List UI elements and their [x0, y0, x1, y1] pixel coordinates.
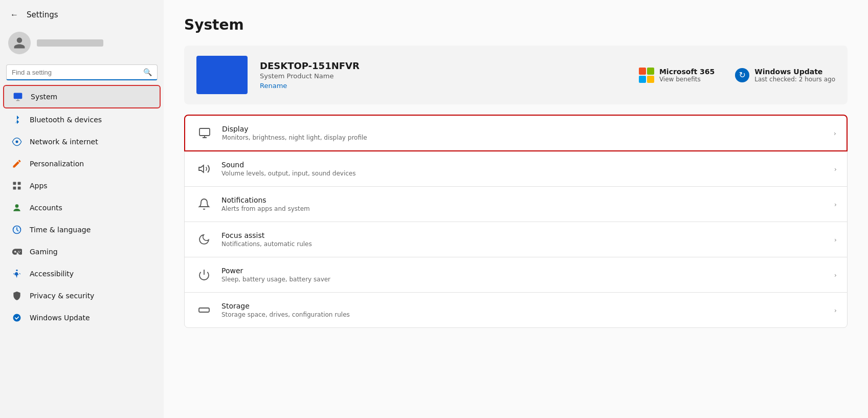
storage-title: Storage	[221, 302, 834, 310]
page-title: System	[184, 16, 848, 33]
sound-desc: Volume levels, output, input, sound devi…	[221, 170, 834, 177]
sidebar-item-label-bluetooth: Bluetooth & devices	[30, 116, 102, 124]
display-chevron: ›	[834, 129, 836, 137]
display-title: Display	[222, 125, 834, 133]
sidebar-item-label-privacy: Privacy & security	[30, 292, 94, 300]
ms365-title: Microsoft 365	[659, 68, 715, 76]
sidebar-item-time[interactable]: Time & language	[3, 219, 161, 240]
svg-marker-11	[199, 165, 204, 172]
network-icon	[11, 136, 23, 147]
svg-rect-4	[13, 187, 16, 190]
sidebar-item-gaming[interactable]: Gaming	[3, 241, 161, 262]
profile-area	[0, 26, 164, 60]
personalization-icon	[11, 158, 23, 169]
sound-icon	[195, 160, 213, 178]
wu-action[interactable]: ↻ Windows Update Last checked: 2 hours a…	[735, 68, 835, 83]
device-illustration	[196, 56, 248, 94]
bluetooth-icon	[11, 114, 23, 125]
notifications-text: Notifications Alerts from apps and syste…	[221, 196, 834, 212]
sound-text: Sound Volume levels, output, input, soun…	[221, 161, 834, 177]
sidebar-item-accounts[interactable]: Accounts	[3, 197, 161, 218]
username-blur	[37, 39, 103, 47]
search-icon: 🔍	[143, 68, 152, 76]
svg-rect-10	[199, 128, 210, 136]
focus-title: Focus assist	[221, 231, 834, 239]
back-button[interactable]: ←	[8, 8, 20, 21]
sidebar-item-apps[interactable]: Apps	[3, 175, 161, 196]
sidebar-item-label-personalization: Personalization	[30, 160, 84, 168]
power-chevron: ›	[834, 271, 837, 279]
privacy-icon	[11, 290, 23, 301]
sidebar-item-system[interactable]: System	[3, 85, 161, 108]
sidebar: ← Settings 🔍 System Bluetooth & devices	[0, 0, 164, 418]
ms365-action[interactable]: Microsoft 365 View benefits	[639, 68, 715, 83]
notifications-icon	[195, 195, 213, 213]
power-desc: Sleep, battery usage, battery saver	[221, 276, 834, 283]
rename-link[interactable]: Rename	[260, 82, 287, 90]
sidebar-item-accessibility[interactable]: Accessibility	[3, 263, 161, 284]
sidebar-item-label-apps: Apps	[30, 182, 48, 190]
sidebar-item-label-system: System	[31, 93, 57, 101]
wu-subtitle: Last checked: 2 hours ago	[754, 76, 835, 83]
sidebar-item-label-accounts: Accounts	[30, 204, 62, 212]
settings-item-power[interactable]: Power Sleep, battery usage, battery save…	[184, 257, 848, 293]
search-input[interactable]	[12, 69, 139, 76]
display-text: Display Monitors, brightness, night ligh…	[222, 125, 834, 141]
storage-icon	[195, 301, 213, 319]
sidebar-item-label-time: Time & language	[30, 226, 91, 234]
power-text: Power Sleep, battery usage, battery save…	[221, 267, 834, 283]
sidebar-item-windows-update[interactable]: Windows Update	[3, 307, 161, 328]
sidebar-item-label-network: Network & internet	[30, 138, 98, 146]
sound-chevron: ›	[834, 165, 837, 173]
svg-point-6	[15, 204, 19, 208]
svg-rect-3	[18, 182, 21, 185]
apps-icon	[11, 180, 23, 191]
notifications-chevron: ›	[834, 201, 837, 208]
notifications-desc: Alerts from apps and system	[221, 205, 834, 212]
focus-chevron: ›	[834, 236, 837, 244]
svg-rect-2	[13, 182, 16, 185]
sidebar-item-bluetooth[interactable]: Bluetooth & devices	[3, 109, 161, 130]
settings-item-sound[interactable]: Sound Volume levels, output, input, soun…	[184, 151, 848, 187]
wu-text: Windows Update Last checked: 2 hours ago	[754, 68, 835, 83]
accessibility-icon	[11, 268, 23, 279]
settings-list: Display Monitors, brightness, night ligh…	[184, 115, 848, 327]
sidebar-item-label-windows-update: Windows Update	[30, 314, 90, 322]
device-name: DESKTOP-151NFVR	[260, 60, 627, 71]
storage-chevron: ›	[834, 306, 837, 314]
settings-item-notifications[interactable]: Notifications Alerts from apps and syste…	[184, 186, 848, 222]
display-icon	[195, 124, 214, 142]
sound-title: Sound	[221, 161, 834, 169]
notifications-title: Notifications	[221, 196, 834, 204]
power-title: Power	[221, 267, 834, 275]
accounts-icon	[11, 202, 23, 213]
hero-card: DESKTOP-151NFVR System Product Name Rena…	[184, 46, 848, 104]
power-icon	[195, 266, 213, 284]
settings-item-display[interactable]: Display Monitors, brightness, night ligh…	[184, 115, 848, 151]
main-content: System DESKTOP-151NFVR System Product Na…	[164, 0, 868, 418]
display-desc: Monitors, brightness, night light, displ…	[222, 134, 834, 141]
system-icon	[12, 91, 24, 102]
wu-title: Windows Update	[754, 68, 835, 76]
gaming-icon	[11, 246, 23, 257]
sidebar-header: ← Settings	[0, 0, 164, 26]
settings-item-storage[interactable]: Storage Storage space, drives, configura…	[184, 292, 848, 328]
sidebar-item-network[interactable]: Network & internet	[3, 131, 161, 152]
focus-text: Focus assist Notifications, automatic ru…	[221, 231, 834, 248]
svg-point-8	[16, 270, 17, 271]
sidebar-item-privacy[interactable]: Privacy & security	[3, 285, 161, 306]
svg-rect-0	[14, 93, 23, 99]
search-box[interactable]: 🔍	[6, 64, 158, 80]
settings-item-focus[interactable]: Focus assist Notifications, automatic ru…	[184, 222, 848, 257]
svg-point-1	[16, 141, 18, 143]
focus-desc: Notifications, automatic rules	[221, 240, 834, 248]
hero-actions: Microsoft 365 View benefits ↻ Windows Up…	[639, 68, 835, 83]
storage-text: Storage Storage space, drives, configura…	[221, 302, 834, 318]
sidebar-item-personalization[interactable]: Personalization	[3, 153, 161, 174]
time-icon	[11, 224, 23, 235]
ms365-subtitle: View benefits	[659, 76, 715, 83]
app-title: Settings	[27, 10, 58, 19]
svg-rect-13	[199, 308, 209, 312]
svg-point-9	[13, 314, 21, 322]
sidebar-nav: System Bluetooth & devices Network & int…	[0, 84, 164, 329]
